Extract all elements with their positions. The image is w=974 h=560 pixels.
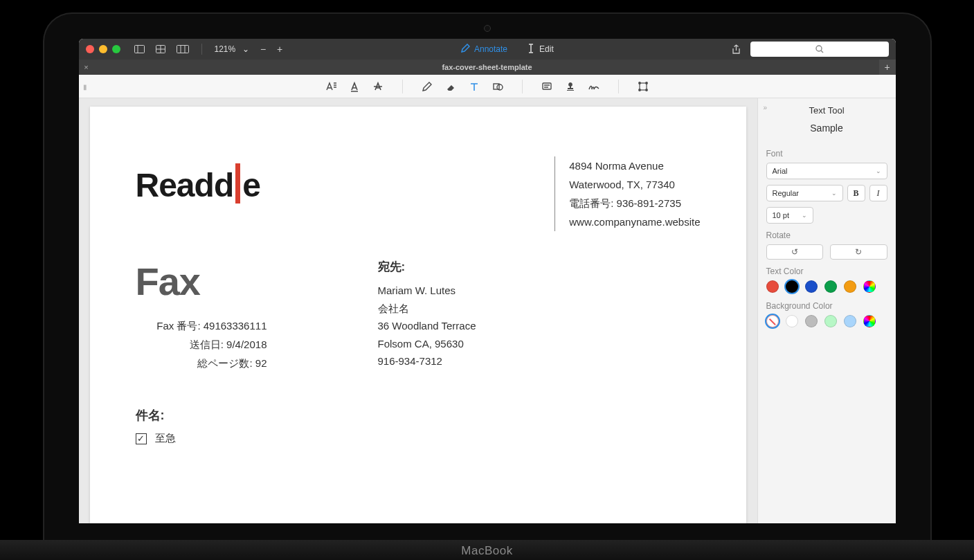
color-swatch-red[interactable] <box>766 280 779 293</box>
pen-icon <box>460 44 470 55</box>
color-swatch-green[interactable] <box>824 280 837 293</box>
svg-rect-17 <box>640 83 647 90</box>
panel-title: Text Tool <box>766 105 887 116</box>
underline-icon[interactable] <box>347 79 362 94</box>
svg-rect-0 <box>134 46 144 53</box>
text-color-label: Text Color <box>766 267 887 276</box>
grid-view-icon[interactable] <box>153 45 168 53</box>
minimize-window-button[interactable] <box>99 45 107 53</box>
titlebar: 121% ⌄ − + Annotate Edit <box>79 39 896 60</box>
sender-phone: 電話番号: 936-891-2735 <box>569 194 700 213</box>
color-picker-button[interactable] <box>863 315 876 327</box>
tab-title[interactable]: fax-cover-sheet-template <box>442 63 532 71</box>
svg-point-8 <box>816 46 822 51</box>
color-picker-button[interactable] <box>863 280 876 293</box>
zoom-in-button[interactable]: + <box>274 44 285 55</box>
columns-view-icon[interactable] <box>174 45 192 53</box>
text-sample: Sample <box>766 123 887 134</box>
urgent-checkbox[interactable]: ✓ <box>136 433 147 444</box>
font-size-select[interactable]: 10 pt ⌄ <box>766 207 813 224</box>
color-swatch-gray[interactable] <box>805 315 818 327</box>
inspector-panel: » Text Tool Sample Font Arial ⌄ Regular … <box>757 98 896 523</box>
sidebar-toggle-icon[interactable] <box>132 45 147 53</box>
recipient-name: Mariam W. Lutes <box>378 282 701 300</box>
zoom-dropdown-chevron[interactable]: ⌄ <box>240 44 252 54</box>
italic-button[interactable]: I <box>869 185 887 201</box>
strikethrough-icon[interactable] <box>370 79 386 94</box>
text-style-icon[interactable] <box>323 79 339 94</box>
subject-label: 件名: <box>136 407 701 424</box>
stamp-icon[interactable] <box>563 79 578 94</box>
color-swatch-black[interactable] <box>786 280 798 293</box>
laptop-base: MacBook <box>0 540 974 560</box>
edit-label: Edit <box>539 44 554 54</box>
annotate-mode-button[interactable]: Annotate <box>460 44 507 55</box>
logo-text-pre: Readd <box>136 166 234 204</box>
recipient-city: Folsom CA, 95630 <box>378 335 701 353</box>
fax-heading: Fax <box>136 259 330 304</box>
font-weight-select[interactable]: Regular ⌄ <box>766 185 843 201</box>
share-icon[interactable] <box>729 44 743 55</box>
company-logo: Readd e <box>136 156 260 204</box>
sender-block: 4894 Norma Avenue Waterwood, TX, 77340 電… <box>554 156 700 231</box>
pencil-icon[interactable] <box>420 79 435 94</box>
zoom-out-button[interactable]: − <box>258 44 269 55</box>
text-cursor-icon <box>527 44 535 55</box>
search-input[interactable] <box>750 42 889 57</box>
svg-point-21 <box>646 89 648 91</box>
recipient-company: 会社名 <box>378 300 701 318</box>
recipient-label: 宛先: <box>378 259 701 275</box>
shape-icon[interactable] <box>490 79 505 94</box>
page-marker-icon[interactable]: ▮ <box>83 82 87 90</box>
rotate-ccw-button[interactable]: ↺ <box>766 244 824 260</box>
chevron-down-icon: ⌄ <box>876 168 881 174</box>
fax-meta: Fax 番号: 49163336111 送信日: 9/4/2018 総ページ数:… <box>136 316 330 372</box>
recipient-phone: 916-934-7312 <box>378 352 701 370</box>
svg-point-20 <box>639 89 641 91</box>
mode-switch: Annotate Edit <box>291 44 723 55</box>
selection-icon[interactable] <box>635 79 651 94</box>
color-swatch-lightblue[interactable] <box>844 315 856 327</box>
collapse-panel-icon[interactable]: » <box>764 104 768 111</box>
color-swatch-blue[interactable] <box>805 280 818 293</box>
chevron-down-icon: ⌄ <box>831 190 837 197</box>
document-canvas[interactable]: Readd e 4894 Norma Avenue Waterwood, TX,… <box>79 98 757 523</box>
color-swatch-white[interactable] <box>786 315 798 327</box>
window-controls <box>86 45 120 53</box>
text-color-swatches <box>766 280 887 293</box>
rotate-section-label: Rotate <box>766 231 887 240</box>
fax-number: Fax 番号: 49163336111 <box>136 316 267 335</box>
font-family-select[interactable]: Arial ⌄ <box>766 163 887 179</box>
send-date: 送信日: 9/4/2018 <box>136 335 267 354</box>
annotation-toolbar: ▮ <box>79 75 896 98</box>
annotate-label: Annotate <box>474 44 507 54</box>
font-size-value: 10 pt <box>773 211 789 219</box>
new-tab-button[interactable]: + <box>879 60 896 75</box>
zoom-level[interactable]: 121% <box>212 44 239 54</box>
logo-accent <box>235 163 240 204</box>
page[interactable]: Readd e 4894 Norma Avenue Waterwood, TX,… <box>90 107 746 523</box>
sender-address-2: Waterwood, TX, 77340 <box>569 175 700 194</box>
urgent-label: 至急 <box>155 432 176 445</box>
color-swatch-orange[interactable] <box>844 280 856 293</box>
bold-button[interactable]: B <box>847 185 865 201</box>
separator <box>201 44 202 55</box>
color-swatch-lightgreen[interactable] <box>824 315 837 327</box>
rotate-cw-button[interactable]: ↻ <box>830 244 887 260</box>
eraser-icon[interactable] <box>443 79 458 94</box>
signature-icon[interactable] <box>586 79 602 94</box>
edit-mode-button[interactable]: Edit <box>527 44 554 55</box>
bg-color-label: Background Color <box>766 301 887 311</box>
note-icon[interactable] <box>539 79 554 94</box>
color-swatch-none[interactable] <box>766 315 779 327</box>
tab-bar: × fax-cover-sheet-template + <box>79 60 896 75</box>
content-area: Readd e 4894 Norma Avenue Waterwood, TX,… <box>79 98 896 523</box>
recipient-block: Mariam W. Lutes 会社名 36 Woodland Terrace … <box>378 282 701 370</box>
tab-close-button[interactable]: × <box>79 63 94 71</box>
close-window-button[interactable] <box>86 45 94 53</box>
fullscreen-window-button[interactable] <box>112 45 120 53</box>
svg-point-18 <box>639 82 641 84</box>
svg-rect-5 <box>177 46 188 53</box>
text-tool-icon[interactable] <box>467 79 482 94</box>
app-window: 121% ⌄ − + Annotate Edit <box>79 39 896 523</box>
